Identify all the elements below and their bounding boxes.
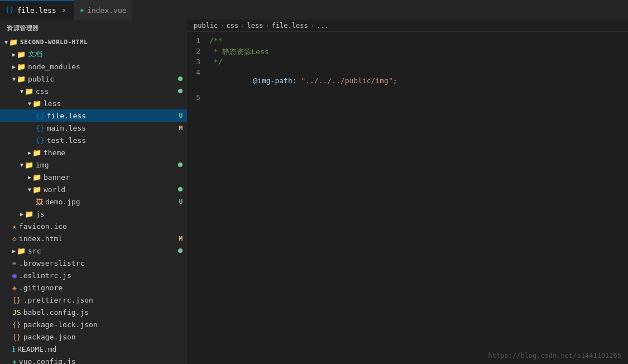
folder-icon-less: 📁 — [32, 99, 41, 108]
folder-icon-banner: 📁 — [32, 173, 41, 181]
sidebar-item-theme[interactable]: ▶ 📁 theme — [0, 146, 187, 159]
sidebar-item-readme[interactable]: ℹ README.md — [0, 343, 187, 355]
line-content-4: @img-path: "../../../public/img"; — [209, 68, 628, 93]
line-number-4: 4 — [187, 68, 209, 76]
sidebar-item-world[interactable]: ▼ 📁 world — [0, 183, 187, 195]
eslintrc-label: .eslintrc.js — [19, 271, 183, 280]
dot-green-world — [178, 187, 183, 191]
eslint-icon: ◉ — [12, 271, 17, 280]
json-icon-pkg: {} — [12, 333, 21, 341]
sidebar-item-banner[interactable]: ▶ 📁 banner — [0, 171, 187, 183]
tab-index-vue[interactable]: ◈ index.vue — [74, 0, 132, 20]
sidebar-item-css[interactable]: ▼ 📁 css — [0, 85, 187, 97]
sidebar-item-main-less[interactable]: {} main.less M — [0, 122, 187, 134]
tab-file-less-label: file.less — [17, 6, 56, 15]
chevron-down-icon-world: ▼ — [28, 186, 31, 193]
html-file-icon: ◇ — [12, 234, 17, 243]
sidebar-item-eslintrc[interactable]: ◉ .eslintrc.js — [0, 269, 187, 281]
badge-u-demo: U — [179, 198, 183, 205]
line-number-2: 2 — [187, 47, 209, 55]
package-json-label: package.json — [23, 333, 183, 341]
info-icon: ℹ — [12, 345, 15, 353]
breadcrumb-public[interactable]: public — [194, 22, 218, 30]
vue-config-icon: ◈ — [12, 357, 17, 365]
dot-green-src — [178, 248, 183, 253]
sidebar-item-favicon[interactable]: ★ favicon.ico — [0, 220, 187, 232]
tab-close-less[interactable]: ✕ — [60, 6, 69, 15]
dot-green-pub — [178, 76, 183, 81]
folder-icon-js: 📁 — [25, 210, 33, 218]
code-line-5: 5 — [187, 93, 628, 104]
sidebar-item-public[interactable]: ▼ 📁 public — [0, 73, 187, 85]
chevron-right-icon: ▶ — [12, 51, 16, 58]
gitignore-label: .gitignore — [19, 284, 183, 292]
sidebar-item-package-lock[interactable]: {} package-lock.json — [0, 318, 187, 331]
line-number-3: 3 — [187, 58, 209, 66]
less-file-icon-test: {} — [36, 136, 45, 145]
chevron-right-icon-banner: ▶ — [28, 174, 31, 180]
breadcrumb-sep1: › — [220, 22, 224, 30]
text-file-icon-br: ≡ — [12, 259, 17, 267]
breadcrumb-file-less[interactable]: file.less — [272, 22, 308, 30]
badge-u-file-less: U — [179, 112, 183, 119]
chevron-right-icon-src: ▶ — [12, 248, 16, 254]
tab-file-less[interactable]: {} file.less ✕ — [0, 0, 74, 20]
folder-icon-pub: 📁 — [17, 75, 26, 83]
folder-icon-nm: 📁 — [17, 63, 26, 71]
package-lock-label: package-lock.json — [23, 320, 183, 329]
sidebar-item-prettierrc[interactable]: {} .prettierrc.json — [0, 294, 187, 306]
sidebar-item-src[interactable]: ▶ 📁 src — [0, 245, 187, 257]
sidebar-item-img[interactable]: ▼ 📁 img — [0, 159, 187, 171]
breadcrumb-sep3: › — [265, 22, 269, 30]
babel-label: babel.config.js — [23, 308, 183, 317]
readme-label: README.md — [17, 345, 183, 353]
favicon-label: favicon.ico — [19, 222, 183, 231]
file-less-label: file.less — [47, 112, 179, 120]
breadcrumb-css[interactable]: css — [227, 22, 239, 30]
code-editor[interactable]: 1 /** 2 * 静态资源Less 3 */ 4 @img-path: "..… — [187, 32, 628, 364]
sidebar-item-file-less[interactable]: {} file.less U — [0, 109, 187, 122]
index-html-label: index.html — [19, 234, 179, 243]
breadcrumb-less[interactable]: less — [247, 22, 263, 30]
sidebar-item-index-html[interactable]: ◇ index.html M — [0, 232, 187, 245]
git-icon: ◈ — [12, 284, 17, 292]
line-number-5: 5 — [187, 93, 209, 102]
folder-icon-css: 📁 — [25, 87, 33, 95]
token-semi: ; — [393, 76, 397, 85]
img-file-icon: 🖼 — [36, 198, 43, 206]
sidebar-item-package-json[interactable]: {} package.json — [0, 331, 187, 343]
line-content-1: /** — [209, 36, 628, 45]
chevron-down-icon-less: ▼ — [28, 100, 31, 107]
sidebar-item-browserslistrc[interactable]: ≡ .browserslistrc — [0, 257, 187, 269]
sidebar-title: 资源管理器 — [0, 20, 187, 36]
less-icon: {} — [6, 6, 13, 14]
css-label: css — [36, 87, 178, 95]
sidebar-item-gitignore[interactable]: ◈ .gitignore — [0, 281, 187, 294]
sidebar-item-vue-config[interactable]: ◈ vue.config.js — [0, 355, 187, 364]
code-line-2: 2 * 静态资源Less — [187, 47, 628, 58]
sidebar-root[interactable]: ▼ 📁 SECOND-WORLD-HTML — [0, 36, 187, 48]
demo-jpg-label: demo.jpg — [45, 198, 179, 206]
sidebar-item-docs[interactable]: ▶ 📁 文档 — [0, 48, 187, 60]
tab-index-vue-label: index.vue — [87, 6, 126, 15]
sidebar-item-test-less[interactable]: {} test.less — [0, 134, 187, 146]
line-content-3: */ — [209, 58, 628, 66]
token-at: @img-path — [253, 76, 292, 85]
watermark: https://blog.csdn.net/s1441101265 — [488, 352, 621, 360]
sidebar-item-babel[interactable]: JS babel.config.js — [0, 306, 187, 318]
code-line-1: 1 /** — [187, 36, 628, 47]
chevron-down-icon-img: ▼ — [20, 162, 23, 168]
less-folder-label: less — [44, 99, 183, 108]
token-string-val: "../../../public/img" — [301, 76, 392, 85]
world-label: world — [44, 185, 178, 194]
sidebar-item-node-modules[interactable]: ▶ 📁 node_modules — [0, 60, 187, 73]
token-colon: : — [293, 76, 301, 85]
dot-green-img — [178, 162, 183, 167]
sidebar-item-less-folder[interactable]: ▼ 📁 less — [0, 97, 187, 109]
sidebar-item-demo-jpg[interactable]: 🖼 demo.jpg U — [0, 195, 187, 208]
public-label: public — [28, 75, 178, 83]
folder-icon-src: 📁 — [17, 247, 26, 255]
folder-icon-theme: 📁 — [32, 149, 41, 157]
sidebar-item-js[interactable]: ▶ 📁 js — [0, 208, 187, 220]
breadcrumb-sep2: › — [241, 22, 245, 30]
